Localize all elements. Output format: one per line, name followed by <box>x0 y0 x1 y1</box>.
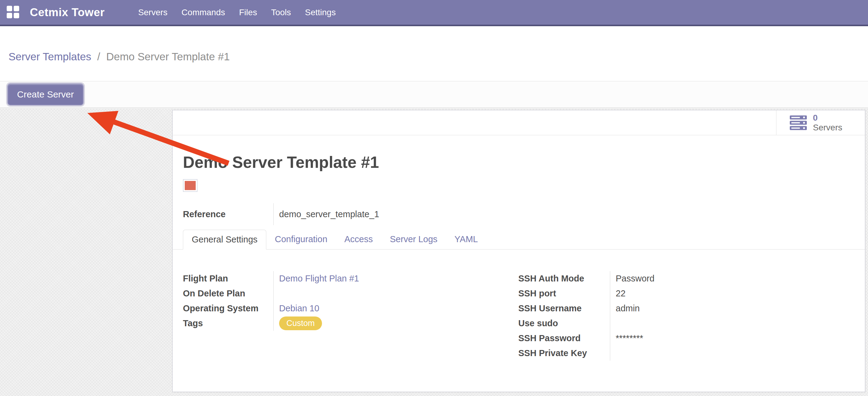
control-panel: Server Templates / Demo Server Template … <box>0 26 868 81</box>
field-on-delete-plan: On Delete Plan <box>183 286 487 301</box>
apps-menu-icon[interactable] <box>7 6 20 19</box>
use-sudo-label: Use sudo <box>518 318 610 329</box>
on-delete-plan-value <box>273 286 487 301</box>
servers-stat-button[interactable]: 0 Servers <box>776 110 865 135</box>
ssh-port-label: SSH port <box>518 288 610 299</box>
field-tags: Tags Custom <box>183 316 487 331</box>
ssh-private-key-label: SSH Private Key <box>518 348 610 358</box>
page: Cetmix Tower Servers Commands Files Tool… <box>0 0 868 396</box>
color-swatch-fill <box>185 181 196 190</box>
breadcrumb-current: Demo Server Template #1 <box>106 51 230 62</box>
menu-item-files[interactable]: Files <box>239 8 257 17</box>
tab-server-logs[interactable]: Server Logs <box>381 230 446 250</box>
field-ssh-auth-mode: SSH Auth Mode Password <box>518 271 838 286</box>
flight-plan-label: Flight Plan <box>183 274 273 284</box>
ssh-password-value: ******** <box>610 331 838 346</box>
operating-system-label: Operating System <box>183 303 273 313</box>
main-menu: Servers Commands Files Tools Settings <box>138 8 336 17</box>
flight-plan-link[interactable]: Demo Flight Plan #1 <box>279 274 359 284</box>
field-group-right: SSH Auth Mode Password SSH port 22 SSH U… <box>518 271 838 361</box>
ssh-username-value: admin <box>610 301 838 316</box>
tab-yaml[interactable]: YAML <box>446 230 486 250</box>
field-group-left: Flight Plan Demo Flight Plan #1 On Delet… <box>183 271 487 331</box>
reference-label: Reference <box>183 209 273 219</box>
menu-item-settings[interactable]: Settings <box>305 8 336 17</box>
field-ssh-username: SSH Username admin <box>518 301 838 316</box>
color-swatch <box>183 179 197 192</box>
menu-item-servers[interactable]: Servers <box>138 8 167 17</box>
top-navbar: Cetmix Tower Servers Commands Files Tool… <box>0 0 868 26</box>
ssh-username-label: SSH Username <box>518 303 610 313</box>
use-sudo-value <box>610 316 838 331</box>
ssh-auth-mode-value: Password <box>610 271 838 286</box>
operating-system-link[interactable]: Debian 10 <box>279 303 319 313</box>
breadcrumb: Server Templates / Demo Server Template … <box>8 51 230 63</box>
notebook-tabs: General Settings Configuration Access Se… <box>173 230 865 250</box>
button-box: 0 Servers <box>173 110 865 135</box>
reference-value: demo_server_template_1 <box>273 203 379 225</box>
reference-row: Reference demo_server_template_1 <box>183 203 487 225</box>
field-flight-plan: Flight Plan Demo Flight Plan #1 <box>183 271 487 286</box>
form-sheet: 0 Servers Demo Server Template #1 Refere… <box>172 110 865 392</box>
content-area: 0 Servers Demo Server Template #1 Refere… <box>0 108 868 396</box>
stat-text: 0 Servers <box>813 113 842 133</box>
field-ssh-port: SSH port 22 <box>518 286 838 301</box>
tab-access[interactable]: Access <box>336 230 381 250</box>
server-stack-icon <box>790 115 807 130</box>
tab-general-settings[interactable]: General Settings <box>183 230 266 250</box>
breadcrumb-parent-link[interactable]: Server Templates <box>8 51 91 62</box>
on-delete-plan-label: On Delete Plan <box>183 288 273 299</box>
field-use-sudo: Use sudo <box>518 316 838 331</box>
ssh-private-key-value <box>610 346 838 361</box>
ssh-port-value: 22 <box>610 286 838 301</box>
ssh-password-label: SSH Password <box>518 333 610 343</box>
record-title: Demo Server Template #1 <box>183 153 379 171</box>
tab-configuration[interactable]: Configuration <box>266 230 336 250</box>
tags-label: Tags <box>183 318 273 329</box>
field-ssh-password: SSH Password ******** <box>518 331 838 346</box>
create-server-button[interactable]: Create Server <box>7 83 84 105</box>
servers-count: 0 <box>813 113 818 123</box>
form-statusbar: Create Server <box>0 81 868 108</box>
menu-item-commands[interactable]: Commands <box>181 8 225 17</box>
app-brand[interactable]: Cetmix Tower <box>30 6 105 19</box>
breadcrumb-separator: / <box>97 51 100 62</box>
ssh-auth-mode-label: SSH Auth Mode <box>518 274 610 284</box>
servers-label: Servers <box>813 123 842 133</box>
field-operating-system: Operating System Debian 10 <box>183 301 487 316</box>
tag-badge-custom: Custom <box>279 316 322 330</box>
menu-item-tools[interactable]: Tools <box>271 8 291 17</box>
field-ssh-private-key: SSH Private Key <box>518 346 838 361</box>
